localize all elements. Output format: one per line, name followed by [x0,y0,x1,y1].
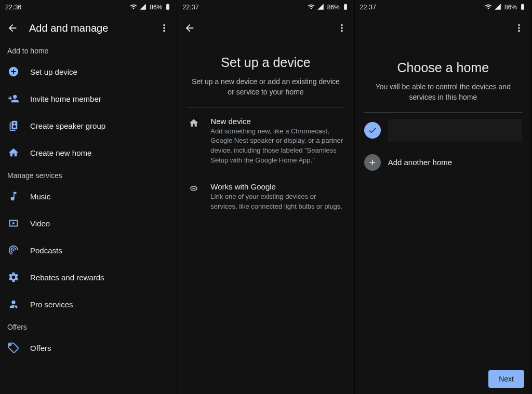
next-button[interactable]: Next [488,370,524,388]
battery-percent: 86% [504,4,517,11]
status-time: 22:37 [182,4,198,11]
page-title: Set up a device [188,55,343,70]
home-option-selected[interactable] [364,113,522,148]
option-title: New device [210,117,343,126]
option-desc: Link one of your existing devices or ser… [210,192,343,212]
pro-services-icon [7,298,20,310]
option-new-device[interactable]: New device Add something new, like a Chr… [188,107,343,173]
screen-choose-home: 22:37 86% Choose a home You will be able… [355,0,532,394]
row-label: Invite home member [30,94,101,103]
video-icon [7,217,20,229]
option-title: Works with Google [210,182,343,191]
row-music[interactable]: Music [0,183,177,210]
status-bar: 22:36 86% [0,0,177,15]
row-label: Create speaker group [30,121,105,130]
row-setup-device[interactable]: Set up device [0,58,177,85]
row-offers[interactable]: Offers [0,334,177,361]
screen-setup-device: 22:37 86% Set up a device Set up a new d… [177,0,354,394]
podcast-icon [7,244,20,256]
row-speaker-group[interactable]: Create speaker group [0,112,177,139]
overflow-menu-button[interactable] [158,22,170,34]
page-subtitle: Set up a new device or add an existing d… [188,76,343,107]
status-time: 22:36 [5,4,21,11]
row-label: Pro services [30,300,73,309]
app-bar [355,15,531,42]
row-label: Video [30,219,50,228]
row-invite-member[interactable]: Invite home member [0,85,177,112]
row-podcasts[interactable]: Podcasts [0,237,177,264]
home-icon [188,117,200,166]
battery-icon [519,3,526,12]
battery-percent: 86% [150,4,162,11]
speaker-group-icon [7,119,20,132]
section-header-manage: Manage services [0,166,177,183]
back-button[interactable] [183,22,196,34]
wifi-icon [308,3,315,12]
tag-icon [7,342,20,354]
page-title: Choose a home [364,60,522,75]
signal-icon [494,3,501,12]
home-name-redacted [388,119,522,142]
home-icon [7,146,20,159]
overflow-menu-button[interactable] [513,22,525,34]
section-header-add: Add to home [0,42,177,58]
wifi-icon [485,3,492,12]
battery-icon [164,3,171,12]
row-label: Music [30,192,50,201]
row-video[interactable]: Video [0,210,177,237]
app-bar [177,15,354,42]
app-bar: Add and manage [0,15,177,42]
plus-icon [364,154,381,171]
add-home-label: Add another home [388,158,452,167]
settings-list: Add to home Set up device Invite home me… [0,42,177,394]
row-label: Set up device [30,67,77,76]
overflow-menu-button[interactable] [336,22,348,34]
gear-icon [7,271,20,283]
music-note-icon [7,190,20,202]
row-rebates[interactable]: Rebates and rewards [0,264,177,291]
plus-circle-icon [7,65,20,78]
status-time: 22:37 [360,4,376,11]
back-button[interactable] [6,22,19,34]
signal-icon [317,3,324,12]
check-icon [364,122,381,139]
signal-icon [139,3,147,12]
section-header-offers: Offers [0,318,177,334]
row-label: Podcasts [30,246,62,255]
row-label: Rebates and rewards [30,273,104,282]
status-bar: 22:37 86% [355,0,531,15]
screen-add-and-manage: 22:36 86% Add and manage [0,0,177,394]
row-label: Offers [30,344,51,352]
battery-percent: 86% [327,4,340,11]
link-icon [188,182,200,212]
appbar-title: Add and manage [29,22,148,34]
wifi-icon [130,3,137,12]
battery-icon [342,3,349,12]
row-pro-services[interactable]: Pro services [0,291,177,318]
row-label: Create new home [30,148,91,157]
option-works-with-google[interactable]: Works with Google Link one of your exist… [188,173,343,219]
row-create-home[interactable]: Create new home [0,139,177,166]
add-another-home[interactable]: Add another home [364,148,522,177]
status-bar: 22:37 86% [177,0,354,15]
page-subtitle: You will be able to control the devices … [364,81,522,112]
option-desc: Add something new, like a Chromecast, Go… [210,127,343,166]
person-add-icon [7,92,20,105]
